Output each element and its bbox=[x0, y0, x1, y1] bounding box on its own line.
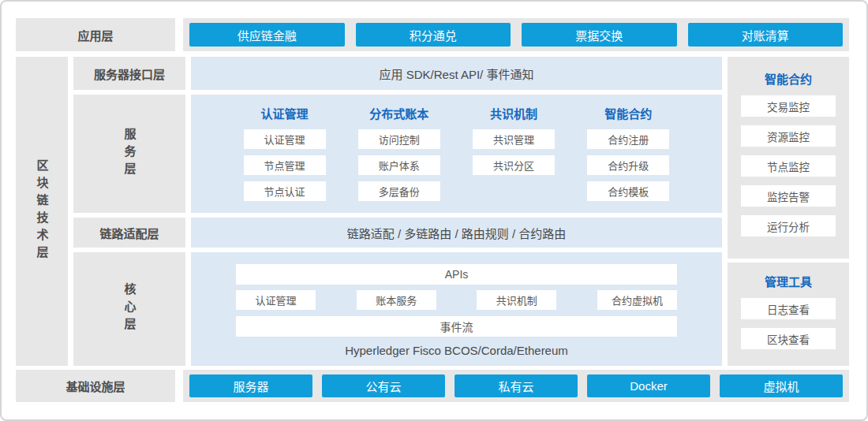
app-button-bill-exchange: 票据交换 bbox=[522, 23, 677, 47]
event-stream-bar: 事件流 bbox=[236, 316, 677, 337]
side-panels-column: 智能合约 交易监控 资源监控 节点监控 监控告警 运行分析 管理工具 日志查看 … bbox=[728, 57, 849, 366]
core-platforms-caption: Hyperledger Fisco BCOS/Corda/Ethereum bbox=[236, 344, 677, 357]
service-column-auth: 认证管理 认证管理 节点管理 节点认证 bbox=[227, 105, 342, 213]
app-button-reconciliation-clearing: 对账清算 bbox=[688, 23, 844, 47]
service-item: 节点认证 bbox=[244, 181, 326, 201]
core-layer-panel: APIs 认证管理 账本服务 共识机制 合约虚拟机 事件流 Hyperledge… bbox=[191, 252, 722, 366]
service-item: 账户体系 bbox=[358, 155, 440, 175]
tool-item: 日志查看 bbox=[741, 298, 836, 319]
core-layer-label: 核心层 bbox=[73, 252, 185, 366]
application-layer-label: 应用层 bbox=[16, 18, 175, 51]
service-item: 共识管理 bbox=[473, 129, 555, 149]
service-column-smart-contract: 智能合约 合约注册 合约升级 合约模板 bbox=[571, 105, 686, 213]
service-item: 合约升级 bbox=[587, 155, 669, 175]
infra-button-public-cloud: 公有云 bbox=[322, 374, 445, 397]
apis-bar: APIs bbox=[236, 264, 677, 285]
infrastructure-layer-strip: 服务器 公有云 私有云 Docker 虚拟机 bbox=[183, 370, 849, 402]
infra-button-virtual-machine: 虚拟机 bbox=[720, 374, 843, 397]
link-adapter-strip: 链路适配 / 多链路由 / 路由规则 / 合约路由 bbox=[191, 218, 722, 248]
server-interface-strip: 应用 SDK/Rest API/ 事件通知 bbox=[191, 57, 722, 90]
management-tools-panel-title: 管理工具 bbox=[765, 273, 812, 289]
sublayer-labels-column: 服务器接口层 服务层 链路适配层 核心层 bbox=[73, 57, 185, 366]
service-column-consensus-title: 共识机制 bbox=[490, 105, 537, 121]
service-column-consensus: 共识机制 共识管理 共识分区 bbox=[457, 105, 571, 213]
service-item: 访问控制 bbox=[358, 129, 440, 149]
blockchain-tech-layer-row: 区块链技术层 服务器接口层 服务层 链路适配层 核心层 应用 SDK/Rest … bbox=[16, 57, 849, 366]
monitor-item: 节点监控 bbox=[741, 155, 836, 177]
main-content-column: 应用 SDK/Rest API/ 事件通知 认证管理 认证管理 节点管理 节点认… bbox=[191, 57, 722, 366]
core-item: 认证管理 bbox=[236, 290, 316, 310]
core-items-row: 认证管理 账本服务 共识机制 合约虚拟机 bbox=[236, 290, 677, 310]
core-item: 共识机制 bbox=[477, 290, 556, 310]
service-item: 共识分区 bbox=[473, 155, 555, 175]
architecture-diagram: 应用层 供应链金融 积分通兑 票据交换 对账清算 区块链技术层 服务器接口层 服… bbox=[0, 0, 868, 421]
service-item: 多层备份 bbox=[358, 181, 440, 201]
service-item: 节点管理 bbox=[244, 155, 326, 175]
service-item: 合约模板 bbox=[587, 181, 669, 201]
service-column-ledger-title: 分布式账本 bbox=[369, 105, 428, 121]
infrastructure-layer-row: 基础设施层 服务器 公有云 私有云 Docker 虚拟机 bbox=[16, 370, 849, 402]
service-layer-label-text: 服务层 bbox=[124, 128, 136, 180]
smart-contract-panel: 智能合约 交易监控 资源监控 节点监控 监控告警 运行分析 bbox=[728, 57, 849, 259]
service-layer-panel: 认证管理 认证管理 节点管理 节点认证 分布式账本 访问控制 账户体系 多层备份… bbox=[191, 95, 722, 213]
core-layer-label-text: 核心层 bbox=[124, 283, 136, 335]
link-adapter-layer-label: 链路适配层 bbox=[73, 218, 185, 248]
core-item: 账本服务 bbox=[357, 290, 436, 310]
app-button-supply-chain-finance: 供应链金融 bbox=[189, 23, 345, 47]
application-layer-strip: 供应链金融 积分通兑 票据交换 对账清算 bbox=[183, 18, 849, 51]
app-button-points-exchange: 积分通兑 bbox=[356, 23, 511, 47]
infra-button-private-cloud: 私有云 bbox=[455, 374, 578, 397]
service-column-smart-contract-title: 智能合约 bbox=[604, 105, 652, 121]
monitor-item: 资源监控 bbox=[741, 125, 836, 147]
infrastructure-layer-label: 基础设施层 bbox=[16, 370, 175, 402]
blockchain-tech-layer-label-text: 区块链技术层 bbox=[36, 159, 48, 263]
infra-button-docker: Docker bbox=[587, 374, 710, 397]
service-item: 认证管理 bbox=[244, 129, 326, 149]
management-tools-panel: 管理工具 日志查看 区块查看 bbox=[728, 263, 849, 366]
service-column-auth-title: 认证管理 bbox=[261, 105, 309, 121]
monitor-item: 交易监控 bbox=[741, 95, 836, 117]
tool-item: 区块查看 bbox=[741, 328, 836, 349]
service-layer-label: 服务层 bbox=[73, 95, 185, 213]
core-item: 合约虚拟机 bbox=[597, 290, 677, 310]
blockchain-tech-layer-label: 区块链技术层 bbox=[16, 57, 68, 366]
monitor-item: 运行分析 bbox=[741, 215, 836, 237]
smart-contract-panel-title: 智能合约 bbox=[765, 70, 812, 87]
service-item: 合约注册 bbox=[587, 129, 669, 149]
service-column-ledger: 分布式账本 访问控制 账户体系 多层备份 bbox=[342, 105, 456, 213]
server-interface-layer-label: 服务器接口层 bbox=[73, 57, 185, 90]
monitor-item: 监控告警 bbox=[741, 185, 836, 207]
application-layer-row: 应用层 供应链金融 积分通兑 票据交换 对账清算 bbox=[16, 18, 849, 51]
infra-button-server: 服务器 bbox=[189, 374, 312, 397]
